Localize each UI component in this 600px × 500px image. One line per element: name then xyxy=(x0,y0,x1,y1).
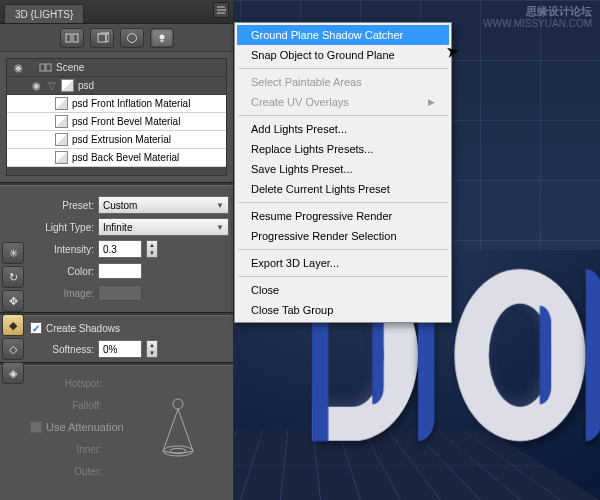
filter-lights-button[interactable] xyxy=(150,28,174,48)
panel-flyout-menu[interactable]: Ground Plane Shadow CatcherSnap Object t… xyxy=(234,22,452,323)
material-row[interactable]: psd Extrusion Material xyxy=(7,131,226,149)
material-label: psd Front Inflation Material xyxy=(72,98,190,109)
spotlight-diagram-icon xyxy=(153,396,203,466)
menu-item[interactable]: Delete Current Lights Preset xyxy=(237,179,449,199)
menu-item[interactable]: Progressive Render Selection xyxy=(237,226,449,246)
inner-label: Inner: xyxy=(30,444,102,455)
scene-root-label: Scene xyxy=(56,62,84,73)
flyout-menu-icon xyxy=(216,6,226,14)
softness-row: Softness: 0% ▲▼ xyxy=(0,338,233,360)
material-icon xyxy=(55,97,68,110)
menu-item[interactable]: Close Tab Group xyxy=(237,300,449,320)
spin-down-icon: ▼ xyxy=(147,249,157,257)
chevron-down-icon: ▼ xyxy=(216,223,224,232)
chevron-down-icon: ▼ xyxy=(216,201,224,210)
watermark-url: WWW.MISSYUAN.COM xyxy=(483,18,592,29)
point-at-origin-button[interactable]: ◇ xyxy=(2,338,24,360)
submenu-arrow-icon: ▶ xyxy=(428,97,435,107)
filter-materials-button[interactable] xyxy=(120,28,144,48)
spin-up-icon: ▲ xyxy=(147,241,157,249)
filter-meshes-button[interactable] xyxy=(90,28,114,48)
light-type-value: Infinite xyxy=(103,222,132,233)
create-shadows-row: ✓ Create Shadows xyxy=(0,318,233,338)
material-icon xyxy=(55,115,68,128)
menu-separator xyxy=(238,249,448,250)
material-icon xyxy=(125,32,139,44)
visibility-icon[interactable]: ◉ xyxy=(29,79,43,93)
filter-whole-scene-button[interactable] xyxy=(60,28,84,48)
menu-item: Select Paintable Areas xyxy=(237,72,449,92)
softness-spinner[interactable]: ▲▼ xyxy=(146,340,158,358)
light-properties: Preset: Custom▼ Light Type: Infinite▼ In… xyxy=(0,188,233,310)
menu-item[interactable]: Replace Lights Presets... xyxy=(237,139,449,159)
tab-3d-lights[interactable]: 3D {LIGHTS} xyxy=(4,4,84,23)
material-row[interactable]: psd Front Inflation Material xyxy=(7,95,226,113)
filter-toolbar xyxy=(0,24,233,52)
softness-label: Softness: xyxy=(30,344,94,355)
menu-item[interactable]: Resume Progressive Render xyxy=(237,206,449,226)
preset-select[interactable]: Custom▼ xyxy=(98,196,229,214)
menu-item[interactable]: Export 3D Layer... xyxy=(237,253,449,273)
menu-separator xyxy=(238,202,448,203)
create-shadows-label: Create Shadows xyxy=(46,323,120,334)
panel-flyout-button[interactable] xyxy=(213,2,229,18)
material-row[interactable]: psd Front Bevel Material xyxy=(7,113,226,131)
twisty-open-icon[interactable]: ▽ xyxy=(47,80,57,91)
color-row: Color: xyxy=(30,260,229,282)
menu-separator xyxy=(238,276,448,277)
psd-group-label: psd xyxy=(78,80,94,91)
intensity-input[interactable]: 0.3 xyxy=(98,240,142,258)
drag-light-button[interactable]: ✥ xyxy=(2,290,24,312)
panel-divider[interactable] xyxy=(0,182,233,186)
svg-point-8 xyxy=(163,446,193,456)
intensity-spinner[interactable]: ▲▼ xyxy=(146,240,158,258)
visibility-icon[interactable]: ◉ xyxy=(11,61,25,75)
menu-item[interactable]: Save Lights Preset... xyxy=(237,159,449,179)
light-type-row: Light Type: Infinite▼ xyxy=(30,216,229,238)
preset-value: Custom xyxy=(103,200,137,211)
panel-tab-bar: 3D {LIGHTS} xyxy=(0,0,233,24)
panel-divider[interactable] xyxy=(0,312,233,316)
color-swatch[interactable] xyxy=(98,263,142,279)
scene-tree[interactable]: ◉ Scene ◉ ▽ psd psd Front Inflation Mate… xyxy=(6,58,227,176)
scene-icon xyxy=(65,32,79,44)
preset-row: Preset: Custom▼ xyxy=(30,194,229,216)
material-label: psd Front Bevel Material xyxy=(72,116,180,127)
light-type-label: Light Type: xyxy=(30,222,94,233)
svg-rect-1 xyxy=(73,34,78,42)
psd-group-row[interactable]: ◉ ▽ psd xyxy=(7,77,226,95)
preset-label: Preset: xyxy=(30,200,94,211)
menu-item[interactable]: Ground Plane Shadow Catcher xyxy=(237,25,449,45)
softness-input[interactable]: 0% xyxy=(98,340,142,358)
hotspot-label: Hotspot: xyxy=(30,378,102,389)
use-attenuation-label: Use Attenuation xyxy=(46,421,124,433)
material-icon xyxy=(55,151,68,164)
use-attenuation-checkbox xyxy=(30,421,42,433)
light-type-select[interactable]: Infinite▼ xyxy=(98,218,229,236)
svg-rect-0 xyxy=(66,34,71,42)
menu-item: Create UV Overlays▶ xyxy=(237,92,449,112)
mesh-icon xyxy=(61,79,74,92)
material-label: psd Back Bevel Material xyxy=(72,152,179,163)
svg-rect-5 xyxy=(40,64,45,71)
intensity-label: Intensity: xyxy=(30,244,94,255)
mesh-icon xyxy=(95,32,109,44)
color-label: Color: xyxy=(30,266,94,277)
panel-divider[interactable] xyxy=(0,362,233,366)
falloff-label: Falloff: xyxy=(30,400,102,411)
menu-item[interactable]: Close xyxy=(237,280,449,300)
rotate-light-button[interactable]: ↻ xyxy=(2,266,24,288)
scene-root-row[interactable]: ◉ Scene xyxy=(7,59,226,77)
create-shadows-checkbox[interactable]: ✓ xyxy=(30,322,42,334)
menu-item[interactable]: Add Lights Preset... xyxy=(237,119,449,139)
slide-light-button[interactable]: ◆ xyxy=(2,314,24,336)
light-tools: ✳ ↻ ✥ ◆ ◇ ◈ xyxy=(2,242,24,384)
material-row[interactable]: psd Back Bevel Material xyxy=(7,149,226,167)
image-swatch xyxy=(98,285,142,301)
3d-panel: 3D {LIGHTS} ◉ Scene ◉ ▽ psd psd Front In… xyxy=(0,0,234,500)
svg-rect-2 xyxy=(98,34,106,42)
menu-item[interactable]: Snap Object to Ground Plane xyxy=(237,45,449,65)
menu-separator xyxy=(238,68,448,69)
image-row: Image: xyxy=(30,282,229,304)
new-light-button[interactable]: ✳ xyxy=(2,242,24,264)
